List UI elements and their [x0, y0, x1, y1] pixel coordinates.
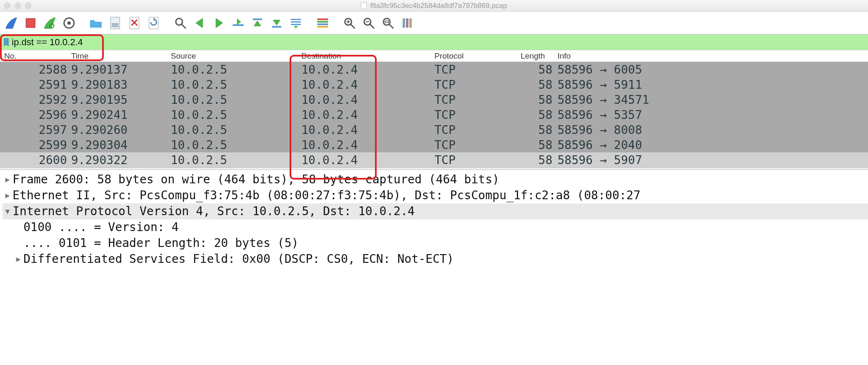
close-window-icon[interactable] — [4, 3, 10, 9]
svg-rect-12 — [253, 18, 262, 20]
packet-list[interactable]: 25889.29013710.0.2.510.0.2.4TCP5858596 →… — [0, 62, 868, 167]
cell-protocol: TCP — [434, 108, 521, 122]
cell-protocol: TCP — [434, 153, 521, 167]
expand-icon[interactable]: ▶ — [13, 251, 23, 267]
find-icon[interactable] — [172, 14, 189, 32]
cell-source: 10.0.2.5 — [171, 78, 301, 92]
display-filter-bar — [0, 34, 868, 50]
table-row[interactable]: 25999.29030410.0.2.510.0.2.4TCP5858596 →… — [0, 137, 868, 152]
svg-rect-5 — [112, 23, 118, 25]
header-time[interactable]: Time — [71, 51, 171, 61]
colorize-icon[interactable] — [314, 14, 331, 32]
expand-icon[interactable]: ▶ — [3, 172, 13, 188]
cell-time: 9.290137 — [71, 63, 171, 77]
maximize-window-icon[interactable] — [25, 3, 31, 9]
first-icon[interactable] — [249, 14, 266, 32]
detail-text: Frame 2600: 58 bytes on wire (464 bits),… — [13, 172, 499, 188]
cell-time: 9.290322 — [71, 153, 171, 167]
detail-ethernet[interactable]: ▶Ethernet II, Src: PcsCompu_f3:75:4b (08… — [3, 188, 868, 203]
header-length[interactable]: Length — [521, 51, 557, 61]
expand-icon[interactable]: ▶ — [3, 188, 13, 203]
zoom-out-icon[interactable] — [360, 14, 378, 32]
cell-length: 58 — [521, 108, 557, 122]
table-row[interactable]: 25929.29019510.0.2.510.0.2.4TCP5858596 →… — [0, 92, 868, 107]
cell-info: 58596 → 34571 — [557, 93, 868, 107]
cell-info: 58596 → 5911 — [557, 78, 868, 92]
minimize-window-icon[interactable] — [15, 3, 21, 9]
cell-time: 9.290241 — [71, 108, 171, 122]
cell-source: 10.0.2.5 — [171, 153, 301, 167]
svg-point-3 — [67, 21, 71, 25]
svg-point-28 — [383, 18, 390, 25]
svg-rect-17 — [317, 18, 328, 20]
cell-protocol: TCP — [434, 78, 521, 92]
close-file-icon[interactable] — [126, 14, 143, 32]
svg-rect-14 — [291, 19, 301, 20]
table-row[interactable]: 25969.29024110.0.2.510.0.2.4TCP5858596 →… — [0, 107, 868, 122]
header-destination[interactable]: Destination — [301, 51, 434, 61]
next-icon[interactable] — [210, 14, 228, 32]
header-source[interactable]: Source — [171, 51, 301, 61]
table-row[interactable]: 25919.29018310.0.2.510.0.2.4TCP5858596 →… — [0, 77, 868, 92]
bookmark-icon[interactable] — [3, 38, 9, 46]
collapse-icon[interactable]: ▼ — [3, 203, 13, 219]
stop-icon[interactable] — [22, 14, 39, 32]
header-no[interactable]: No. — [0, 51, 71, 61]
cell-source: 10.0.2.5 — [171, 138, 301, 152]
detail-ip-version[interactable]: 0100 .... = Version: 4 — [3, 219, 868, 235]
table-row[interactable]: 25979.29026010.0.2.510.0.2.4TCP5858596 →… — [0, 122, 868, 137]
detail-dscp[interactable]: ▶Differentiated Services Field: 0x00 (DS… — [3, 251, 868, 267]
header-protocol[interactable]: Protocol — [434, 51, 521, 61]
cell-length: 58 — [521, 93, 557, 107]
detail-ip[interactable]: ▼Internet Protocol Version 4, Src: 10.0.… — [3, 203, 868, 219]
save-icon[interactable] — [106, 14, 124, 32]
cell-no: 2592 — [0, 93, 71, 107]
goto-icon[interactable] — [229, 14, 247, 32]
cell-destination: 10.0.2.4 — [301, 108, 434, 122]
zoom-reset-icon[interactable] — [379, 14, 397, 32]
reload-icon[interactable] — [145, 14, 162, 32]
svg-rect-0 — [26, 18, 35, 28]
autoscroll-icon[interactable] — [287, 14, 305, 32]
cell-info: 58596 → 2040 — [557, 138, 868, 152]
packet-list-headers[interactable]: No. Time Source Destination Protocol Len… — [0, 50, 868, 62]
table-row[interactable]: 26009.29032210.0.2.510.0.2.4TCP5858596 →… — [0, 152, 868, 167]
cell-no: 2599 — [0, 138, 71, 152]
zoom-in-icon[interactable] — [341, 14, 358, 32]
table-row[interactable]: 25889.29013710.0.2.510.0.2.4TCP5858596 →… — [0, 62, 868, 77]
cell-destination: 10.0.2.4 — [301, 138, 434, 152]
cell-no: 2591 — [0, 78, 71, 92]
svg-rect-4 — [110, 17, 120, 29]
svg-rect-13 — [272, 26, 281, 28]
display-filter-input[interactable] — [9, 37, 865, 48]
cell-protocol: TCP — [434, 123, 521, 137]
cell-length: 58 — [521, 63, 557, 77]
detail-text: 0100 .... = Version: 4 — [23, 219, 179, 235]
options-icon[interactable] — [60, 14, 78, 32]
cell-protocol: TCP — [434, 138, 521, 152]
svg-rect-6 — [112, 26, 118, 27]
open-icon[interactable] — [87, 14, 105, 32]
detail-frame[interactable]: ▶Frame 2600: 58 bytes on wire (464 bits)… — [3, 172, 868, 188]
prev-icon[interactable] — [191, 14, 208, 32]
svg-rect-31 — [403, 18, 405, 28]
cell-destination: 10.0.2.4 — [301, 123, 434, 137]
cell-no: 2596 — [0, 108, 71, 122]
cell-source: 10.0.2.5 — [171, 63, 301, 77]
cell-time: 9.290195 — [71, 93, 171, 107]
restart-icon[interactable] — [41, 14, 59, 32]
cell-no: 2597 — [0, 123, 71, 137]
resize-cols-icon[interactable] — [398, 14, 416, 32]
last-icon[interactable] — [268, 14, 285, 32]
packet-details[interactable]: ▶Frame 2600: 58 bytes on wire (464 bits)… — [0, 170, 868, 267]
shark-fin-icon[interactable] — [3, 14, 20, 32]
svg-line-26 — [370, 24, 374, 28]
cell-info: 58596 → 5907 — [557, 153, 868, 167]
window-title: f8a3fc95c3ec4b2584da8df7a797b869.pcap — [370, 2, 507, 10]
svg-rect-15 — [291, 21, 301, 23]
detail-ip-header-length[interactable]: .... 0101 = Header Length: 20 bytes (5) — [3, 235, 868, 251]
svg-rect-16 — [291, 24, 301, 25]
header-info[interactable]: Info — [557, 51, 868, 61]
cell-info: 58596 → 6005 — [557, 63, 868, 77]
detail-text: Internet Protocol Version 4, Src: 10.0.2… — [13, 203, 415, 219]
